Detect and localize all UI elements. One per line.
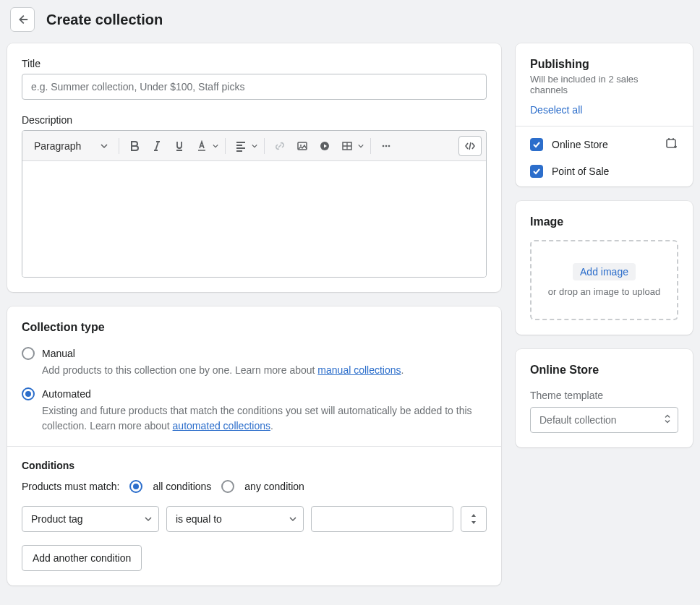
condition-operator-select[interactable]: is equal to bbox=[166, 506, 304, 532]
manual-collections-link[interactable]: manual collections bbox=[317, 364, 401, 376]
back-button[interactable] bbox=[10, 7, 35, 32]
page-title: Create collection bbox=[46, 12, 163, 28]
automated-collections-link[interactable]: automated collections bbox=[173, 420, 270, 432]
image-heading: Image bbox=[530, 215, 678, 228]
title-input[interactable] bbox=[22, 74, 487, 100]
automated-radio-label: Automated bbox=[42, 388, 91, 400]
automated-radio[interactable] bbox=[22, 387, 35, 400]
match-label: Products must match: bbox=[22, 481, 119, 492]
svg-point-6 bbox=[388, 145, 390, 147]
italic-button[interactable] bbox=[147, 136, 167, 156]
online-store-heading: Online Store bbox=[530, 364, 678, 377]
manual-description: Add products to this collection one by o… bbox=[42, 363, 487, 377]
point-of-sale-checkbox[interactable] bbox=[530, 165, 543, 178]
bold-icon bbox=[129, 140, 140, 152]
svg-point-1 bbox=[300, 145, 302, 146]
title-label: Title bbox=[22, 58, 487, 69]
dropzone-hint: or drop an image to upload bbox=[539, 286, 670, 297]
theme-template-select[interactable]: Default collection bbox=[530, 407, 678, 433]
point-of-sale-channel-label: Point of Sale bbox=[552, 166, 609, 177]
text-color-icon bbox=[196, 140, 208, 152]
check-icon bbox=[532, 167, 541, 176]
image-card: Image Add image or drop an image to uplo… bbox=[516, 201, 693, 335]
condition-sort-button[interactable] bbox=[461, 506, 487, 532]
add-condition-button[interactable]: Add another condition bbox=[22, 545, 142, 571]
publishing-heading: Publishing bbox=[530, 58, 678, 71]
arrow-left-icon bbox=[16, 13, 29, 26]
play-circle-icon bbox=[319, 140, 330, 152]
bold-button[interactable] bbox=[124, 136, 145, 156]
online-store-channel-label: Online Store bbox=[552, 139, 608, 150]
description-label: Description bbox=[22, 114, 487, 126]
dots-icon bbox=[380, 140, 392, 152]
manual-radio-label: Manual bbox=[42, 348, 75, 359]
align-caret[interactable] bbox=[250, 143, 259, 149]
any-condition-label: any condition bbox=[244, 481, 304, 492]
align-left-icon bbox=[235, 140, 247, 152]
sort-icon bbox=[469, 513, 478, 525]
format-select[interactable]: Paragraph bbox=[27, 136, 102, 156]
rich-text-editor: Paragraph bbox=[22, 130, 487, 278]
publishing-card: Publishing Will be included in 2 sales c… bbox=[516, 43, 693, 186]
automated-description: Existing and future products that match … bbox=[42, 403, 487, 433]
schedule-button[interactable] bbox=[665, 137, 678, 152]
underline-icon bbox=[174, 140, 185, 152]
image-button[interactable] bbox=[292, 136, 312, 156]
deselect-all-link[interactable]: Deselect all bbox=[530, 104, 582, 116]
description-textarea[interactable] bbox=[22, 161, 486, 277]
all-conditions-label: all conditions bbox=[153, 481, 211, 492]
underline-button[interactable] bbox=[169, 136, 189, 156]
code-icon bbox=[464, 140, 476, 152]
conditions-heading: Conditions bbox=[22, 460, 487, 471]
more-button[interactable] bbox=[376, 136, 396, 156]
publishing-subtitle: Will be included in 2 sales channels bbox=[530, 74, 678, 95]
theme-template-label: Theme template bbox=[530, 390, 678, 401]
table-button[interactable] bbox=[337, 136, 357, 156]
title-description-card: Title Description Paragraph bbox=[7, 43, 501, 292]
table-caret[interactable] bbox=[357, 143, 365, 149]
align-button[interactable] bbox=[231, 136, 251, 156]
html-view-button[interactable] bbox=[458, 136, 482, 156]
italic-icon bbox=[151, 140, 163, 152]
online-store-card: Online Store Theme template Default coll… bbox=[516, 349, 693, 447]
image-dropzone[interactable]: Add image or drop an image to upload bbox=[530, 240, 678, 320]
svg-point-4 bbox=[383, 145, 385, 147]
collection-type-card: Collection type Manual Add products to t… bbox=[7, 306, 501, 585]
condition-field-select[interactable]: Product tag bbox=[22, 506, 159, 532]
link-button[interactable] bbox=[270, 136, 290, 156]
image-icon bbox=[296, 140, 308, 152]
condition-value-input[interactable] bbox=[311, 506, 453, 532]
calendar-icon bbox=[665, 137, 678, 150]
manual-radio[interactable] bbox=[22, 347, 35, 360]
add-image-button[interactable]: Add image bbox=[573, 263, 636, 280]
link-icon bbox=[274, 140, 286, 152]
check-icon bbox=[532, 140, 541, 149]
any-condition-radio[interactable] bbox=[221, 480, 234, 493]
online-store-checkbox[interactable] bbox=[530, 138, 543, 151]
video-button[interactable] bbox=[315, 136, 335, 156]
text-color-button[interactable] bbox=[192, 136, 212, 156]
table-icon bbox=[341, 140, 353, 152]
svg-point-5 bbox=[385, 145, 388, 147]
all-conditions-radio[interactable] bbox=[129, 480, 142, 493]
collection-type-heading: Collection type bbox=[22, 321, 487, 334]
text-color-caret[interactable] bbox=[211, 143, 220, 149]
